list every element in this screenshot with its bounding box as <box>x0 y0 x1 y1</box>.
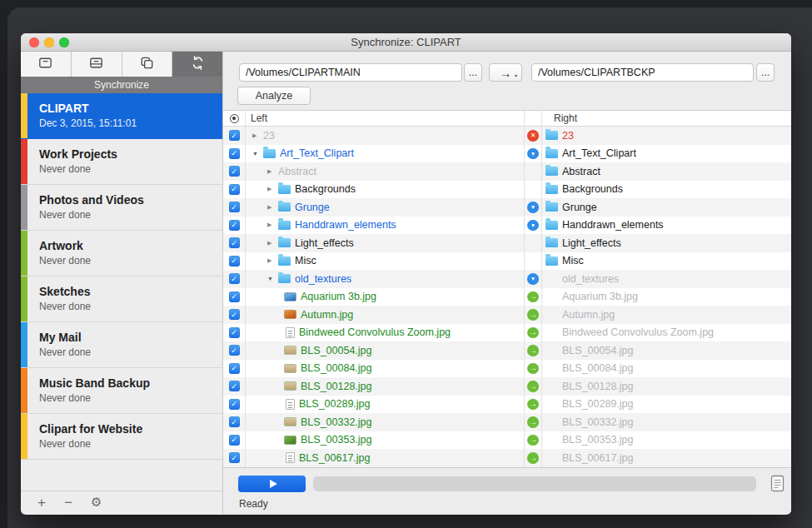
mode-tab-backup[interactable] <box>21 52 72 77</box>
minimize-button[interactable] <box>44 37 54 47</box>
file-row[interactable]: ✓Aquarium 3b.jpg→Aquarium 3b.jpg <box>223 288 791 306</box>
gear-icon[interactable]: ⚙ <box>91 496 102 509</box>
row-checkbox[interactable]: ✓ <box>229 416 240 427</box>
file-row[interactable]: ✓BLS_00289.jpg→BLS_00289.jpg <box>223 396 791 414</box>
file-row[interactable]: ✓▶Light_effectsLight_effects <box>223 234 791 252</box>
sync-action-copy-icon[interactable]: → <box>527 345 539 356</box>
sync-action-down-icon[interactable]: ▼ <box>527 220 539 232</box>
file-row[interactable]: ✓▼old_textures▼old_textures <box>223 270 791 288</box>
row-checkbox[interactable]: ✓ <box>229 363 240 374</box>
sync-action-down-icon[interactable]: ▼ <box>527 202 539 213</box>
file-row[interactable]: ✓BLS_00128.jpg→BLS_00128.jpg <box>223 377 791 396</box>
row-checkbox[interactable]: ✓ <box>229 202 240 212</box>
file-row[interactable]: ✓BLS_00353.jpg→BLS_00353.jpg <box>223 431 791 450</box>
task-text: Clipart for WebsiteNever done <box>27 414 142 459</box>
zoom-button[interactable] <box>59 37 69 47</box>
sync-action-copy-icon[interactable]: → <box>527 291 539 303</box>
right-item-name: Misc <box>562 255 584 266</box>
task-item[interactable]: Work ProjectsNever done <box>21 139 222 185</box>
sync-action-copy-icon[interactable]: → <box>527 327 539 339</box>
file-row[interactable]: ✓▶Grunge▼Grunge <box>223 198 791 217</box>
disclosure-triangle-icon[interactable]: ▶ <box>267 240 278 247</box>
log-button[interactable] <box>768 474 786 494</box>
sync-direction-button[interactable]: → ▾ <box>489 63 522 82</box>
disclosure-triangle-icon[interactable]: ▶ <box>252 132 263 139</box>
sync-action-copy-icon[interactable]: → <box>527 381 539 392</box>
file-row[interactable]: ✓BLS_00332.jpg→BLS_00332.jpg <box>223 413 791 431</box>
row-checkbox[interactable]: ✓ <box>229 327 240 338</box>
file-row[interactable]: ✓BLS_00617.jpg→BLS_00617.jpg <box>223 449 791 467</box>
task-item[interactable]: CLIPARTDec 3, 2015, 15:11:01 <box>21 93 222 139</box>
disclosure-triangle-icon[interactable]: ▶ <box>267 186 278 192</box>
disclosure-triangle-icon[interactable]: ▼ <box>252 151 263 157</box>
sync-action-copy-icon[interactable]: → <box>527 363 539 375</box>
row-checkbox[interactable]: ✓ <box>229 435 240 446</box>
file-row[interactable]: ✓▶23✕23 <box>223 127 791 145</box>
sync-action-down-icon[interactable]: ▼ <box>527 273 539 285</box>
mode-tab-synchronize[interactable] <box>172 52 222 77</box>
file-row[interactable]: ✓▶Handdrawn_elements▼Handdrawn_elements <box>223 217 791 235</box>
row-checkbox[interactable]: ✓ <box>229 273 240 284</box>
task-title: Work Projects <box>39 147 117 161</box>
file-row[interactable]: ✓▶MiscMisc <box>223 252 791 271</box>
task-item[interactable]: Music Band BackupNever done <box>21 368 222 414</box>
mode-tab-archive[interactable] <box>72 52 122 77</box>
file-thumbnail-icon <box>286 452 295 463</box>
folder-icon <box>545 185 558 194</box>
row-checkbox[interactable]: ✓ <box>229 309 240 320</box>
file-row[interactable]: ✓Autumn.jpg→Autumn.jpg <box>223 306 791 324</box>
task-item[interactable]: My MailNever done <box>21 322 222 368</box>
row-checkbox[interactable]: ✓ <box>229 237 240 248</box>
file-row[interactable]: ✓▶AbstractAbstract <box>223 162 791 181</box>
row-checkbox[interactable]: ✓ <box>229 345 240 356</box>
sync-action-delete-icon[interactable]: ✕ <box>527 130 539 142</box>
left-path-input[interactable] <box>239 63 462 82</box>
close-button[interactable] <box>29 37 39 47</box>
row-checkbox[interactable]: ✓ <box>229 130 240 141</box>
row-checkbox[interactable]: ✓ <box>229 220 240 231</box>
task-item[interactable]: SketchesNever done <box>21 276 222 322</box>
row-checkbox[interactable]: ✓ <box>229 452 240 463</box>
remove-task-button[interactable]: − <box>64 496 72 510</box>
select-all-icon[interactable] <box>230 114 239 123</box>
browse-left-button[interactable]: ... <box>464 63 482 82</box>
disclosure-triangle-icon[interactable]: ▶ <box>267 257 278 264</box>
analyze-button[interactable]: Analyze <box>237 87 311 105</box>
file-row[interactable]: ✓BLS_00084.jpg→BLS_00084.jpg <box>223 360 791 378</box>
status-glyph: ▼ <box>531 222 536 228</box>
row-checkbox[interactable]: ✓ <box>229 381 240 391</box>
row-checkbox[interactable]: ✓ <box>229 166 240 177</box>
file-row[interactable]: ✓▼Art_Text_Clipart▼Art_Text_Clipart <box>223 145 791 163</box>
sync-action-copy-icon[interactable]: → <box>527 399 539 411</box>
left-item-name: BLS_00353.jpg <box>301 434 372 446</box>
sync-action-copy-icon[interactable]: → <box>527 309 539 321</box>
browse-right-button[interactable]: ... <box>756 63 775 82</box>
row-checkbox[interactable]: ✓ <box>229 291 240 302</box>
disclosure-triangle-icon[interactable]: ▼ <box>267 276 278 281</box>
row-checkbox[interactable]: ✓ <box>229 256 240 266</box>
disclosure-triangle-icon[interactable]: ▶ <box>267 168 278 175</box>
row-checkbox[interactable]: ✓ <box>229 148 240 159</box>
mode-tab-clone[interactable] <box>122 52 173 77</box>
run-sync-button[interactable] <box>238 476 306 492</box>
row-checkbox[interactable]: ✓ <box>229 399 240 410</box>
right-path-input[interactable] <box>531 63 754 82</box>
left-item-name: Abstract <box>278 166 316 177</box>
task-status: Never done <box>39 346 91 358</box>
disclosure-triangle-icon[interactable]: ▶ <box>267 222 278 228</box>
file-row[interactable]: ✓▶BackgroundsBackgrounds <box>223 181 791 199</box>
sync-action-copy-icon[interactable]: → <box>527 452 539 464</box>
file-row[interactable]: ✓Bindweed Convolvulus Zoom.jpg→Bindweed … <box>223 324 791 342</box>
sync-action-copy-icon[interactable]: → <box>527 416 539 428</box>
left-item-name: 23 <box>263 130 275 142</box>
add-task-button[interactable]: + <box>37 496 46 510</box>
sync-action-down-icon[interactable]: ▼ <box>527 148 539 160</box>
task-item[interactable]: ArtworkNever done <box>21 231 222 276</box>
sync-action-copy-icon[interactable]: → <box>527 435 539 446</box>
task-item[interactable]: Photos and VideosNever done <box>21 185 222 231</box>
action-bar: Ready <box>223 467 791 515</box>
task-item[interactable]: Clipart for WebsiteNever done <box>21 414 222 460</box>
row-checkbox[interactable]: ✓ <box>229 184 240 195</box>
file-row[interactable]: ✓BLS_00054.jpg→BLS_00054.jpg <box>223 341 791 360</box>
disclosure-triangle-icon[interactable]: ▶ <box>267 204 278 211</box>
